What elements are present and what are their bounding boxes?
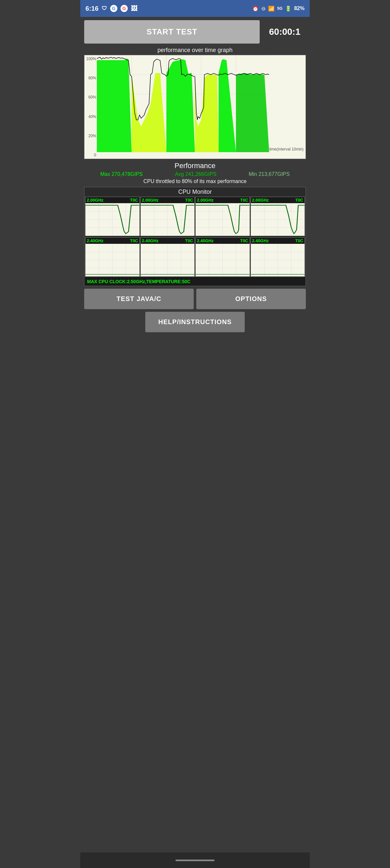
cpu-4-freq: 2.00GHz: [252, 198, 269, 203]
main-content: START TEST 60:00:1 performance over time…: [80, 17, 310, 338]
cpu-cell-1-header: 2.00GHz T0C: [86, 197, 139, 203]
cpu-cell-8: 2.40GHz T0C: [251, 237, 305, 277]
cpu-mini-graph-8: [251, 244, 305, 276]
start-test-button[interactable]: START TEST: [84, 20, 260, 43]
cpu-8-temp: T0C: [295, 238, 303, 243]
nav-pill: [175, 860, 215, 861]
cpu-mini-graph-2: [141, 203, 195, 236]
status-left: 6:16 🛡 G G 🖼: [86, 5, 137, 12]
battery-percent: 82%: [294, 5, 304, 11]
cpu-cell-6: 2.40GHz T0C: [140, 237, 195, 277]
help-instructions-button[interactable]: HELP/INSTRUCTIONS: [145, 312, 245, 332]
cpu-3-temp: T0C: [240, 198, 248, 203]
svg-marker-13: [166, 59, 195, 152]
top-row: START TEST 60:00:1: [84, 20, 306, 43]
y-label-20: 20%: [85, 134, 96, 138]
cpu-7-freq: 2.40GHz: [197, 238, 214, 243]
cpu-7-temp: T0C: [240, 238, 248, 243]
cpu-cell-2: 2.00GHz T0C: [140, 197, 195, 236]
cpu-mini-graph-5: [86, 244, 139, 276]
cpu-monitor-section: CPU Monitor 2.00GHz T0C: [84, 187, 306, 286]
help-btn-row: HELP/INSTRUCTIONS: [84, 312, 306, 332]
bottom-nav: [80, 852, 310, 868]
y-label-80: 80%: [85, 76, 96, 80]
cpu-1-temp: T0C: [130, 198, 138, 203]
cpu-mini-graph-6: [141, 244, 195, 276]
cpu-monitor-title: CPU Monitor: [85, 187, 305, 197]
status-right: ⏰ ⊖ 📶 5G 🔋 82%: [252, 5, 304, 12]
cpu-cell-5-header: 2.40GHz T0C: [86, 238, 139, 244]
time-display: 6:16: [86, 5, 98, 12]
timer-display: 60:00:1: [264, 27, 306, 37]
x-axis-label: time(interval 10min): [269, 147, 303, 152]
perf-throttle: CPU throttled to 80% of its max performa…: [84, 179, 306, 184]
cpu-cell-2-header: 2.00GHz T0C: [141, 197, 195, 203]
performance-title: Performance: [84, 162, 306, 170]
cpu-2-temp: T0C: [185, 198, 193, 203]
google-icon-1: G: [110, 5, 117, 12]
cpu-mini-graph-7: [196, 244, 250, 276]
performance-svg: [97, 55, 305, 152]
cpu-3-freq: 2.00GHz: [197, 198, 214, 203]
image-icon: 🖼: [131, 5, 137, 12]
cpu-cell-8-header: 2.40GHz T0C: [251, 238, 305, 244]
cpu-mini-graph-3: [196, 203, 250, 236]
cpu-cell-4: 2.00GHz T0C: [251, 197, 305, 236]
cpu-cell-7-header: 2.40GHz T0C: [196, 238, 250, 244]
battery-icon: 🔋: [285, 5, 292, 12]
y-label-60: 60%: [85, 95, 96, 99]
options-button[interactable]: OPTIONS: [196, 289, 306, 309]
cpu-mini-graph-1: [86, 203, 139, 236]
graph-area: time(interval 10min): [97, 55, 305, 152]
cpu-5-temp: T0C: [130, 238, 138, 243]
cpu-cell-1: 2.00GHz T0C: [85, 197, 140, 236]
wifi-icon: 📶: [268, 5, 274, 12]
minus-circle-icon: ⊖: [261, 5, 265, 12]
cpu-bottom-grid: 2.40GHz T0C: [85, 237, 305, 277]
cpu-6-temp: T0C: [185, 238, 193, 243]
cpu-clock-text: MAX CPU CLOCK:2.50GHz,TEMPERATURE:50C: [87, 279, 190, 284]
cpu-8-freq: 2.40GHz: [252, 238, 269, 243]
alarm-icon: ⏰: [252, 5, 259, 12]
perf-min: Min 213,677GIPS: [249, 171, 290, 177]
cpu-5-freq: 2.40GHz: [87, 238, 103, 243]
performance-stats: Performance Max 270,478GIPS Avg 241,266G…: [84, 162, 306, 184]
cpu-cell-4-header: 2.00GHz T0C: [251, 197, 305, 203]
perf-numbers: Max 270,478GIPS Avg 241,266GIPS Min 213,…: [84, 171, 306, 177]
cpu-4-temp: T0C: [295, 198, 303, 203]
y-label-40: 40%: [85, 115, 96, 119]
y-label-0: 0: [85, 153, 96, 157]
cpu-cell-6-header: 2.40GHz T0C: [141, 238, 195, 244]
svg-marker-15: [219, 59, 236, 152]
shield-icon: 🛡: [102, 5, 107, 11]
y-label-100: 100%: [85, 57, 96, 61]
performance-graph-section: performance over time graph 100% 80% 60%…: [84, 47, 306, 159]
y-axis-labels: 100% 80% 60% 40% 20% 0: [85, 55, 97, 159]
cpu-mini-graph-4: [251, 203, 305, 236]
cpu-clock-info: MAX CPU CLOCK:2.50GHz,TEMPERATURE:50C: [85, 277, 305, 286]
svg-marker-11: [97, 59, 132, 152]
cpu-cell-3-header: 2.00GHz T0C: [196, 197, 250, 203]
cpu-2-freq: 2.00GHz: [142, 198, 159, 203]
google-icon-2: G: [121, 5, 128, 12]
cpu-cell-7: 2.40GHz T0C: [195, 237, 250, 277]
perf-max: Max 270,478GIPS: [100, 171, 143, 177]
graph-container: 100% 80% 60% 40% 20% 0: [84, 55, 306, 159]
status-bar: 6:16 🛡 G G 🖼 ⏰ ⊖ 📶 5G 🔋 82%: [80, 0, 310, 17]
perf-avg: Avg 241,266GIPS: [175, 171, 217, 177]
svg-rect-17: [269, 55, 305, 152]
cpu-cell-5: 2.40GHz T0C: [85, 237, 140, 277]
cpu-1-freq: 2.00GHz: [87, 198, 103, 203]
bottom-buttons: TEST JAVA/C OPTIONS: [84, 289, 306, 309]
graph-title: performance over time graph: [84, 47, 306, 54]
test-java-c-button[interactable]: TEST JAVA/C: [84, 289, 194, 309]
5g-icon: 5G: [277, 6, 283, 11]
cpu-top-grid: 2.00GHz T0C: [85, 197, 305, 237]
cpu-6-freq: 2.40GHz: [142, 238, 159, 243]
cpu-cell-3: 2.00GHz T0C: [195, 197, 250, 236]
svg-marker-12: [132, 73, 166, 152]
svg-marker-16: [236, 73, 269, 152]
